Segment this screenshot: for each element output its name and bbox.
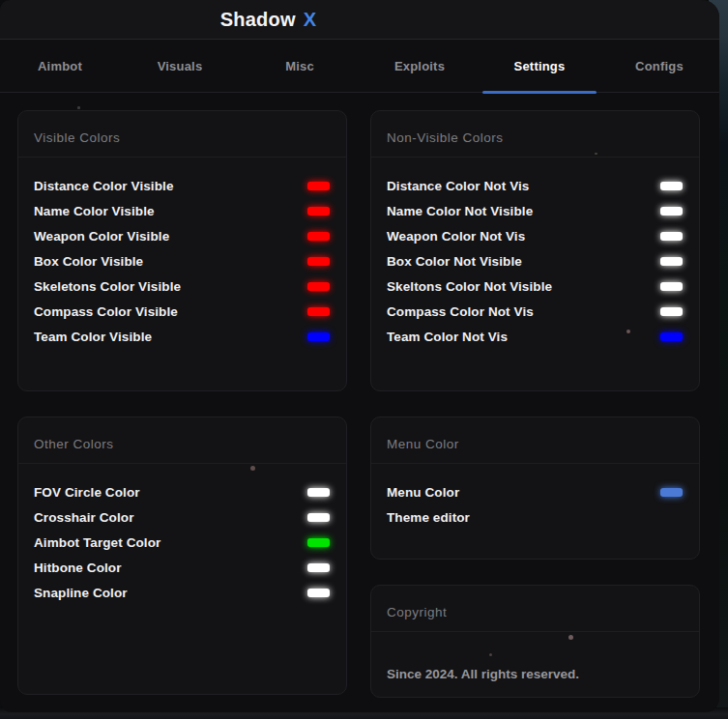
color-row: Skeletons Color Visible: [34, 273, 333, 299]
color-row-label: Skeletons Color Visible: [34, 279, 181, 294]
color-row-label: Crosshair Color: [34, 510, 134, 525]
color-swatch[interactable]: [307, 232, 330, 241]
panel-other-colors: Other Colors FOV Circle Color Crosshair …: [17, 417, 347, 695]
panel-title: Visible Colors: [34, 130, 120, 145]
color-row: Compass Color Visible: [34, 299, 333, 324]
color-row: Aimbot Target Color: [34, 530, 333, 555]
menu-row-label[interactable]: Menu Color: [387, 485, 459, 500]
left-column: Visible Colors Distance Color Visible Na…: [17, 110, 347, 698]
color-rows: Distance Color Visible Name Color Visibl…: [18, 158, 346, 349]
right-column: Non-Visible Colors Distance Color Not Vi…: [370, 110, 700, 698]
tab[interactable]: Aimbot: [0, 40, 120, 92]
speck: [250, 466, 255, 471]
panel-title: Other Colors: [34, 437, 114, 451]
speck: [489, 653, 492, 656]
color-swatch[interactable]: [307, 563, 330, 572]
color-swatch[interactable]: [307, 207, 330, 216]
color-rows: Distance Color Not Vis Name Color Not Vi…: [371, 158, 699, 349]
color-swatch[interactable]: [660, 182, 683, 190]
color-swatch[interactable]: [307, 332, 330, 341]
color-swatch[interactable]: [307, 307, 330, 316]
panel-title: Copyright: [387, 605, 447, 619]
color-swatch[interactable]: [660, 488, 683, 497]
color-row-label: Weapon Color Visible: [34, 229, 169, 244]
color-row: Skeltons Color Not Visible: [387, 273, 685, 299]
color-swatch[interactable]: [307, 538, 330, 547]
color-row: Weapon Color Visible: [34, 223, 333, 248]
color-row: Compass Color Not Vis: [387, 299, 685, 324]
panel-non-visible-colors: Non-Visible Colors Distance Color Not Vi…: [370, 110, 700, 391]
color-row: Team Color Not Vis: [387, 324, 685, 349]
color-row-label: Compass Color Visible: [34, 304, 178, 319]
panel-header: Copyright: [371, 586, 699, 632]
color-swatch[interactable]: [307, 257, 330, 266]
active-tab-underline: [482, 91, 597, 94]
app-title: Shadow X: [0, 0, 537, 40]
tab-label: Visuals: [158, 59, 203, 73]
menu-row-label[interactable]: Theme editor: [387, 510, 470, 525]
tab-label: Configs: [635, 59, 684, 73]
color-swatch[interactable]: [660, 332, 683, 341]
color-row: Team Color Visible: [34, 324, 333, 349]
panel-header: Menu Color: [371, 417, 699, 464]
color-row: Distance Color Not Vis: [387, 173, 685, 198]
panel-header: Other Colors: [18, 417, 346, 464]
color-row-label: Name Color Not Visible: [387, 204, 533, 218]
color-row-label: Distance Color Not Vis: [387, 179, 529, 193]
panel-header: Non-Visible Colors: [371, 111, 699, 158]
tab-label: Aimbot: [38, 59, 82, 73]
cheat-menu-window: Shadow X Aimbot Visuals Misc Exploits: [0, 0, 719, 712]
app-title-accent: X: [304, 9, 317, 31]
color-swatch[interactable]: [307, 589, 330, 597]
color-row-label: Distance Color Visible: [34, 179, 174, 193]
tab[interactable]: Exploits: [360, 40, 480, 92]
color-row-label: Hitbone Color: [34, 561, 122, 575]
tab[interactable]: Settings: [480, 40, 599, 92]
color-swatch[interactable]: [660, 282, 683, 291]
color-row: Snapline Color: [34, 580, 333, 605]
speck: [77, 106, 80, 109]
app-title-text: Shadow: [220, 9, 296, 31]
copyright-body: Since 2024. All rights reserved.: [371, 632, 699, 687]
color-swatch[interactable]: [660, 257, 683, 266]
color-row: FOV Circle Color: [34, 479, 333, 504]
color-row: Hitbone Color: [34, 555, 333, 580]
color-swatch[interactable]: [660, 232, 683, 241]
tab-label: Misc: [285, 59, 314, 73]
panel-copyright: Copyright Since 2024. All rights reserve…: [370, 585, 700, 698]
color-row-label: Snapline Color: [34, 586, 128, 600]
color-row-label: FOV Circle Color: [34, 485, 140, 500]
panel-title: Non-Visible Colors: [387, 130, 504, 145]
color-row: Name Color Not Visible: [387, 198, 685, 223]
color-swatch[interactable]: [660, 307, 683, 316]
color-rows: FOV Circle Color Crosshair Color Aimbot …: [18, 464, 346, 605]
tab-label: Exploits: [394, 59, 445, 73]
speck: [626, 330, 630, 333]
color-swatch[interactable]: [660, 207, 683, 216]
color-row-label: Team Color Not Vis: [387, 330, 508, 344]
color-swatch[interactable]: [307, 488, 330, 497]
tab-label: Settings: [514, 59, 566, 73]
speck: [595, 153, 597, 155]
tab[interactable]: Visuals: [120, 40, 240, 92]
color-row-label: Box Color Not Visible: [387, 254, 522, 269]
color-row-label: Skeltons Color Not Visible: [387, 279, 552, 294]
tab[interactable]: Configs: [599, 40, 719, 92]
tab[interactable]: Misc: [240, 40, 360, 92]
color-row: Crosshair Color: [34, 504, 333, 530]
color-row-label: Name Color Visible: [34, 204, 155, 218]
color-swatch[interactable]: [307, 182, 330, 190]
speck: [568, 635, 573, 640]
copyright-text: Since 2024. All rights reserved.: [387, 662, 685, 687]
color-swatch[interactable]: [307, 282, 330, 291]
color-row-label: Compass Color Not Vis: [387, 304, 534, 319]
color-row: Distance Color Visible: [34, 173, 333, 198]
color-row-label: Aimbot Target Color: [34, 535, 160, 550]
color-row: Box Color Visible: [34, 248, 333, 273]
title-bar: Shadow X: [0, 0, 719, 40]
menu-color-row: Menu Color: [387, 479, 685, 504]
color-swatch[interactable]: [307, 513, 330, 522]
color-row-label: Box Color Visible: [34, 254, 143, 269]
color-row: Box Color Not Visible: [387, 248, 685, 273]
tab-bar: Aimbot Visuals Misc Exploits Settings: [0, 40, 719, 93]
